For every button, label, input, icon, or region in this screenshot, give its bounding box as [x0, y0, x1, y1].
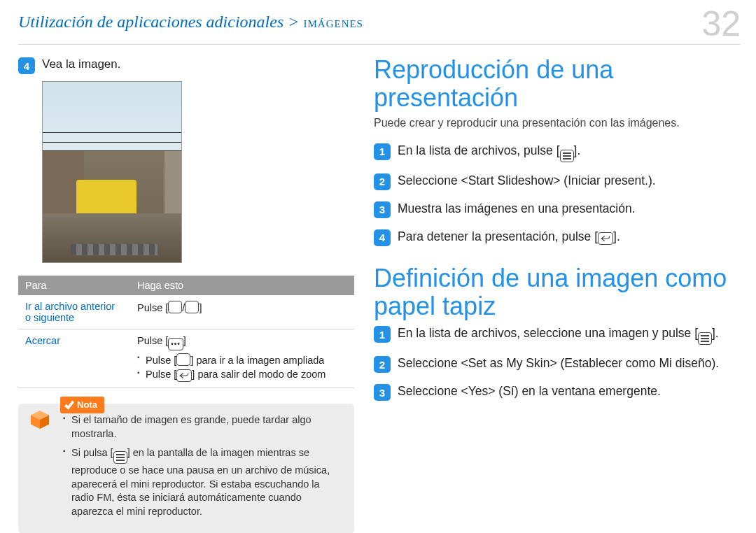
step-text: Seleccione <Yes> (Sí) en la ventana emer… [398, 383, 661, 400]
step-text: Muestra las imágenes en una presentación… [398, 200, 636, 218]
breadcrumb: Utilización de aplicaciones adicionales … [18, 13, 363, 31]
note-item: Si el tamaño de imagen es grande, puede … [63, 413, 343, 441]
menu-key-icon [560, 150, 574, 162]
section-title: Definición de una imagen como papel tapi… [374, 264, 731, 321]
step-badge: 2 [374, 356, 391, 373]
table-row: Acercar Pulse [] Pulse [] para ir a la i… [18, 329, 354, 388]
step: 4 Para detener la presentación, pulse []… [374, 228, 731, 246]
step-badge: 2 [374, 173, 391, 190]
op-zoom: Acercar [18, 329, 130, 388]
note-box: Nota Si el tamaño de imagen es grande, p… [18, 404, 354, 533]
section-intro: Puede crear y reproducir una presentació… [374, 117, 731, 129]
step-badge: 3 [374, 384, 391, 401]
step-text: En la lista de archivos, pulse []. [398, 142, 580, 162]
breadcrumb-tail: imágenes [303, 13, 363, 31]
step-text: Seleccione <Set as My Skin> (Establecer … [398, 355, 719, 372]
step-badge: 1 [374, 326, 391, 343]
table-row: Ir al archivo anterior o siguiente Pulse… [18, 295, 354, 329]
sample-image-frame [42, 81, 182, 263]
step: 2 Seleccione <Set as My Skin> (Establece… [374, 355, 731, 373]
step: 3 Seleccione <Yes> (Sí) en la ventana em… [374, 383, 731, 401]
op-prev-next: Ir al archivo anterior o siguiente [18, 295, 130, 329]
step: 1 En la lista de archivos, pulse []. [374, 142, 731, 162]
step-badge-4: 4 [18, 57, 35, 74]
step-badge: 1 [374, 143, 391, 160]
step-text: Seleccione <Start Slideshow> (Iniciar pr… [398, 172, 656, 190]
back-key-icon [598, 232, 613, 245]
check-icon [64, 400, 74, 410]
step-text: Para detener la presentación, pulse []. [398, 228, 620, 246]
menu-key-icon [698, 332, 712, 345]
sample-image [43, 82, 181, 262]
op-prev-next-do: Pulse [/] [130, 295, 354, 329]
step-text: En la lista de archivos, seleccione una … [398, 325, 719, 345]
square-key-icon [176, 353, 190, 366]
th-para: Para [18, 276, 130, 295]
page-number: 32 [701, 8, 741, 40]
step-4: 4 Vea la imagen. [18, 56, 354, 74]
step: 1 En la lista de archivos, seleccione un… [374, 325, 731, 345]
square-key-icon [185, 301, 199, 313]
step: 2 Seleccione <Start Slideshow> (Iniciar … [374, 172, 731, 190]
note-label: Nota [60, 397, 104, 413]
menu-key-icon [113, 451, 127, 464]
dots-key-icon [168, 338, 183, 350]
section-wallpaper: Definición de una imagen como papel tapi… [374, 264, 731, 401]
step: 3 Muestra las imágenes en una presentaci… [374, 200, 731, 218]
step-badge: 4 [374, 229, 391, 246]
header: Utilización de aplicaciones adicionales … [18, 13, 741, 45]
step-badge: 3 [374, 201, 391, 218]
op-zoom-do: Pulse [] Pulse [] para ir a la imagen am… [130, 329, 354, 388]
note-item: Si pulsa [] en la pantalla de la imagen … [63, 446, 343, 518]
note-cube-icon [29, 409, 50, 430]
section-slideshow: Reproducción de una presentación Puede c… [374, 56, 731, 246]
operations-table: Para Haga esto Ir al archivo anterior o … [18, 276, 354, 388]
square-key-icon [168, 301, 182, 313]
breadcrumb-main: Utilización de aplicaciones adicionales … [18, 13, 299, 31]
back-key-icon [176, 369, 192, 382]
step-text-4: Vea la imagen. [42, 56, 120, 73]
section-title: Reproducción de una presentación [374, 56, 731, 113]
th-haga: Haga esto [130, 276, 354, 295]
